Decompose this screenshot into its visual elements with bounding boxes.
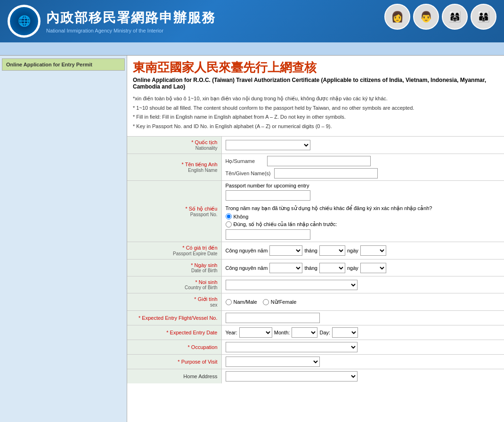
photo-4: 👨‍👩‍👦	[471, 4, 496, 30]
dob-row: * Ngày sinh Date of Birth Công nguyên nă…	[127, 260, 504, 276]
instruction-4: * Key in Passport No. and ID No. in Engl…	[133, 122, 498, 131]
form-table: * Quốc tịch Nationality Vietnam India In…	[127, 136, 504, 383]
nationality-input-cell: Vietnam India Indonesia Myanmar Cambodia…	[221, 137, 504, 154]
flight-label: * Expected Entry Flight/Vessel No.	[127, 311, 221, 325]
birth-country-select[interactable]	[226, 280, 358, 290]
nationality-label: * Quốc tịch Nationality	[127, 137, 221, 154]
main-layout: Online Application for Entry Permit 東南亞國…	[0, 56, 504, 422]
entry-year-label: Year:	[226, 330, 237, 335]
male-radio[interactable]	[226, 299, 232, 305]
header-logo: 🌐	[8, 5, 41, 38]
photo-3: 👩‍👩‍👧	[442, 4, 468, 30]
passport-label: * Số hộ chiếu Passport No.	[127, 181, 221, 242]
page-title-en: Online Application for R.O.C. (Taiwan) T…	[127, 77, 504, 93]
flight-row: * Expected Entry Flight/Vessel No.	[127, 311, 504, 325]
birth-country-label: * Noi sinh Country of Birth	[127, 276, 221, 293]
dob-year-select[interactable]	[269, 263, 302, 273]
nationality-select[interactable]: Vietnam India Indonesia Myanmar Cambodia…	[226, 140, 310, 150]
surname-input[interactable]	[267, 156, 371, 166]
expire-month-select[interactable]	[319, 245, 345, 256]
english-name-label: * Tên tiếng Anh English Name	[127, 154, 221, 181]
birth-country-row: * Noi sinh Country of Birth	[127, 276, 504, 293]
expire-date-row-inner: Công nguyên năm tháng ngày	[226, 245, 501, 256]
entry-year-select[interactable]	[239, 327, 272, 338]
purpose-input-cell	[221, 355, 504, 369]
home-address-select[interactable]	[226, 371, 358, 381]
home-address-input-cell	[221, 369, 504, 384]
header-text: 內政部移民署網路申辦服務 National Immigration Agency…	[46, 9, 216, 33]
passport-section: Passport number for upcoming entry Trong…	[226, 183, 501, 240]
expire-date-label: * Có giá trị đến Passport Expire Date	[127, 242, 221, 260]
female-label[interactable]: Nữ/Female	[263, 299, 297, 305]
entry-date-label: * Expected Entry Date	[127, 325, 221, 340]
dob-label: * Ngày sinh Date of Birth	[127, 260, 221, 276]
home-address-row: Home Address	[127, 369, 504, 384]
entry-month-label: Month:	[274, 330, 290, 335]
purpose-row: * Purpose of Visit	[127, 355, 504, 369]
nationality-row: * Quốc tịch Nationality Vietnam India In…	[127, 137, 504, 154]
header: 🌐 內政部移民署網路申辦服務 National Immigration Agen…	[0, 0, 504, 42]
entry-month-select[interactable]	[292, 327, 317, 338]
passport-upcoming-label: Passport number for upcoming entry	[226, 183, 501, 188]
header-subtitle: National Immigration Agency Ministry of …	[46, 28, 216, 33]
surname-label: Họ/Surname	[226, 158, 263, 164]
previous-passport-input[interactable]	[226, 229, 310, 240]
dob-day-label: ngày	[347, 265, 358, 271]
passport-upcoming-input[interactable]	[226, 190, 310, 201]
dob-date-row: Công nguyên năm tháng ngày	[226, 263, 501, 273]
gender-row: Nam/Male Nữ/Female	[226, 299, 501, 305]
expire-month-label: tháng	[304, 248, 317, 253]
occupation-row: * Occupation	[127, 340, 504, 355]
expire-year-label: Công nguyên năm	[226, 248, 268, 253]
occupation-label: * Occupation	[127, 340, 221, 355]
dob-month-select[interactable]	[319, 263, 345, 273]
expire-date-row: * Có giá trị đến Passport Expire Date Cô…	[127, 242, 504, 260]
birth-country-input-cell	[221, 276, 504, 293]
occupation-select[interactable]	[226, 342, 358, 352]
sidebar-item-entry-permit[interactable]: Online Application for Entry Permit	[2, 58, 125, 71]
given-name-label: Tên/Given Name(s)	[226, 170, 271, 176]
expire-date-input-cell: Công nguyên năm tháng ngày	[221, 242, 504, 260]
sex-row: * Giới tính sex Nam/Male Nữ/Female	[127, 293, 504, 311]
passport-no-row: Không	[226, 213, 501, 219]
sub-header	[0, 42, 504, 56]
instruction-2: * 1~10 should be all filled. The content…	[133, 104, 498, 113]
logo-icon: 🌐	[10, 7, 38, 35]
passport-no-label: Không	[234, 214, 249, 219]
expire-day-label: ngày	[347, 248, 358, 253]
instruction-3: * Fill in field: Fill in English name in…	[133, 113, 498, 122]
header-title: 內政部移民署網路申辦服務	[46, 9, 216, 27]
dob-day-select[interactable]	[360, 263, 386, 273]
entry-date-input-cell: Year: Month: Day:	[221, 325, 504, 340]
home-address-label: Home Address	[127, 369, 221, 384]
purpose-select[interactable]	[226, 357, 320, 367]
sex-input-cell: Nam/Male Nữ/Female	[221, 293, 504, 311]
given-name-input[interactable]	[274, 168, 378, 179]
instruction-1: *xin điền toàn bộ vào ô 1~10, xin bạn đi…	[133, 95, 498, 103]
passport-yes-radio[interactable]	[226, 221, 232, 227]
sidebar: Online Application for Entry Permit	[0, 56, 127, 422]
female-radio[interactable]	[263, 299, 269, 305]
entry-day-select[interactable]	[332, 327, 358, 338]
expire-year-select[interactable]	[269, 245, 302, 256]
entry-date-date-row: Year: Month: Day:	[226, 327, 501, 338]
photo-1: 👩	[384, 4, 410, 30]
header-photos: 👩 👨 👩‍👩‍👧 👨‍👩‍👦	[384, 4, 496, 30]
given-name-row: Tên/Given Name(s)	[226, 168, 501, 179]
purpose-label: * Purpose of Visit	[127, 355, 221, 369]
photo-2: 👨	[413, 4, 439, 30]
passport-row: * Số hộ chiếu Passport No. Passport numb…	[127, 181, 504, 242]
page-title-zh: 東南亞國家人民來臺先行上網查核	[127, 56, 504, 77]
passport-no-radio[interactable]	[226, 213, 232, 219]
male-label[interactable]: Nam/Male	[226, 299, 257, 305]
flight-input[interactable]	[226, 313, 320, 323]
flight-input-cell	[221, 311, 504, 325]
passport-input-cell: Passport number for upcoming entry Trong…	[221, 181, 504, 242]
content-area: 東南亞國家人民來臺先行上網查核 Online Application for R…	[127, 56, 504, 422]
english-name-row: * Tên tiếng Anh English Name Họ/Surname …	[127, 154, 504, 181]
surname-row: Họ/Surname	[226, 156, 501, 166]
dob-year-label: Công nguyên năm	[226, 265, 268, 271]
instructions: *xin điền toàn bộ vào ô 1~10, xin bạn đi…	[127, 93, 504, 133]
expire-day-select[interactable]	[360, 245, 386, 256]
english-name-input-cell: Họ/Surname Tên/Given Name(s)	[221, 154, 504, 181]
